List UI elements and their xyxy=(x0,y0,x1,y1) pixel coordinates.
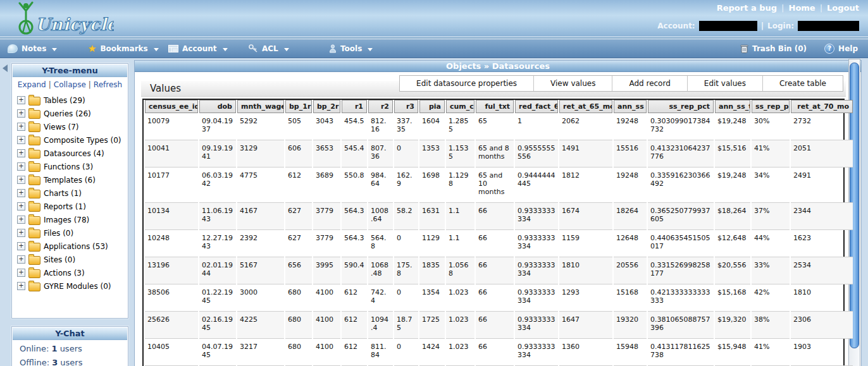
tree-item-label[interactable]: Composite Types (0) xyxy=(44,136,121,145)
tree-item-label[interactable]: Images (78) xyxy=(44,216,89,224)
tree-item[interactable]: +Datasources (4) xyxy=(17,147,128,160)
tree-item-label[interactable]: Actions (3) xyxy=(44,269,85,278)
chat-panel: Y-Chat Online: 1 users Offline: 3 users xyxy=(11,326,128,366)
tree-item[interactable]: +Functions (3) xyxy=(17,160,128,173)
tree-item-label[interactable]: Datasources (4) xyxy=(44,149,104,158)
chat-offline-line[interactable]: Offline: 3 users xyxy=(12,355,128,366)
expand-plus-icon[interactable]: + xyxy=(17,255,25,264)
tree-item[interactable]: +Tables (29) xyxy=(17,94,128,107)
expand-plus-icon[interactable]: + xyxy=(17,269,25,277)
column-header-ful_txt[interactable]: ful_txt xyxy=(476,100,514,113)
nav-item-bookmarks[interactable]: ★ Bookmarks xyxy=(80,44,161,53)
tree-item[interactable]: +Actions (3) xyxy=(17,266,128,279)
column-header-ss_rep_pct[interactable]: ss_rep_pct xyxy=(648,100,714,113)
table-cell: 1491 xyxy=(559,140,612,168)
expand-plus-icon[interactable]: + xyxy=(17,242,25,250)
expand-plus-icon[interactable]: + xyxy=(17,162,25,171)
nav-item-acl[interactable]: ACL xyxy=(241,44,321,53)
column-header-mnth_wage[interactable]: mnth_wage xyxy=(237,100,284,113)
tree-item[interactable]: +Files (0) xyxy=(17,226,128,240)
expand-plus-icon[interactable]: + xyxy=(17,216,25,224)
table-cell: 3779 xyxy=(313,230,340,257)
tree-item[interactable]: +Charts (1) xyxy=(17,186,128,200)
tree-action-expand[interactable]: Expand xyxy=(18,80,46,89)
column-header-r2[interactable]: r2 xyxy=(368,100,393,113)
column-header-red_fact_65[interactable]: red_fact_65 xyxy=(515,100,558,113)
nav-item-trash-bin[interactable]: Trash Bin (0) xyxy=(740,44,807,53)
tree-item-label[interactable]: Reports (1) xyxy=(44,202,86,211)
table-cell: 02.01.1944 xyxy=(199,257,236,284)
header-link-home[interactable]: Home xyxy=(789,3,815,13)
expand-plus-icon[interactable]: + xyxy=(17,202,25,210)
chat-online-line[interactable]: Online: 1 users xyxy=(12,341,128,355)
nav-item-help[interactable]: ? Help xyxy=(824,44,858,54)
column-header-r3[interactable]: r3 xyxy=(394,100,418,113)
table-cell: 1094.4 xyxy=(368,312,393,339)
column-header-census_ee_id[interactable]: census_ee_id xyxy=(145,100,198,113)
column-header-dob[interactable]: dob xyxy=(199,100,236,113)
table-row: 1007909.04.193752925053043454.5812.16337… xyxy=(145,113,853,140)
tree-action-refresh[interactable]: Refresh xyxy=(94,80,122,89)
expand-plus-icon[interactable]: + xyxy=(17,189,25,197)
chevron-down-icon xyxy=(154,48,159,51)
navbar: Notes ★ Bookmarks Account ACL Tools xyxy=(0,39,868,58)
column-header-ss_rep_pct_t[interactable]: ss_rep_pct_t xyxy=(752,100,790,113)
sidebar-collapse-arrow-icon[interactable] xyxy=(3,64,8,72)
tree-item[interactable]: +Templates (6) xyxy=(17,173,128,186)
column-header-cum_cpi[interactable]: cum_cpi xyxy=(446,100,474,113)
tree-item-label[interactable]: Applications (53) xyxy=(44,242,108,251)
expand-plus-icon[interactable]: + xyxy=(17,109,25,118)
expand-plus-icon[interactable]: + xyxy=(17,96,25,104)
expand-plus-icon[interactable]: + xyxy=(17,282,25,290)
column-header-bp_2r[interactable]: bp_2r xyxy=(313,100,340,113)
column-header-r1[interactable]: r1 xyxy=(342,100,367,113)
column-header-ret_at_70_mo[interactable]: ret_at_70_mo xyxy=(791,100,853,113)
column-header-bp_1r[interactable]: bp_1r xyxy=(285,100,312,113)
table-cell: 19320 xyxy=(614,312,647,339)
header-link-logout[interactable]: Logout xyxy=(827,3,859,13)
expand-plus-icon[interactable]: + xyxy=(17,229,25,237)
folder-icon xyxy=(28,163,40,172)
tree-item-label[interactable]: Charts (1) xyxy=(44,189,82,198)
action-button-view-values[interactable]: View values xyxy=(534,76,612,91)
tree-action-collapse[interactable]: Collapse xyxy=(54,80,86,89)
tree-item-label[interactable]: Tables (29) xyxy=(44,96,85,105)
action-button-create-table[interactable]: Create table xyxy=(763,76,843,91)
column-header-pia[interactable]: pia xyxy=(419,100,445,113)
top-banner: Unicycle Report a bug|Home|Logout Accoun… xyxy=(0,0,868,37)
tree-item[interactable]: +Reports (1) xyxy=(17,200,128,213)
table-row: 3850601.22.194530006804100612742.4013541… xyxy=(145,284,853,312)
tree-item[interactable]: +Applications (53) xyxy=(17,240,128,253)
action-button-edit-datasource-properties[interactable]: Edit datasource properties xyxy=(400,76,534,91)
tree-item[interactable]: +Composite Types (0) xyxy=(17,133,128,147)
tree-item[interactable]: +Images (78) xyxy=(17,213,128,226)
action-button-add-record[interactable]: Add record xyxy=(612,76,687,91)
table-cell: 65 and 8 months xyxy=(476,140,514,168)
expand-plus-icon[interactable]: + xyxy=(17,123,25,131)
nav-item-notes[interactable]: Notes xyxy=(0,44,80,53)
tree-item-label[interactable]: Sites (0) xyxy=(44,255,75,264)
tree-item-label[interactable]: GYRE Modules (0) xyxy=(44,282,111,291)
table-cell: 0.335916230366492 xyxy=(648,168,714,203)
column-header-ann_ss_t[interactable]: ann_ss_t xyxy=(715,100,750,113)
column-header-ann_ss[interactable]: ann_ss xyxy=(614,100,647,113)
tree-item-label[interactable]: Queries (26) xyxy=(44,109,91,118)
tree-item-label[interactable]: Templates (6) xyxy=(44,176,96,185)
tree-item-label[interactable]: Functions (3) xyxy=(44,162,93,171)
tree-item[interactable]: +Queries (26) xyxy=(17,107,128,120)
tree-item[interactable]: +Sites (0) xyxy=(17,253,128,266)
expand-plus-icon[interactable]: + xyxy=(17,149,25,157)
action-button-edit-values[interactable]: Edit values xyxy=(688,76,763,91)
header-link-report-a-bug[interactable]: Report a bug xyxy=(717,3,777,13)
nav-item-account[interactable]: Account xyxy=(161,44,241,53)
table-cell: 34% xyxy=(752,168,790,203)
tree-item-label[interactable]: Views (7) xyxy=(44,123,79,131)
column-header-ret_at_65_mo[interactable]: ret_at_65_mo xyxy=(559,100,612,113)
expand-plus-icon[interactable]: + xyxy=(17,136,25,144)
table-cell: 0.413117811625738 xyxy=(648,339,714,366)
tree-item-label[interactable]: Files (0) xyxy=(44,229,73,238)
tree-item[interactable]: +GYRE Modules (0) xyxy=(17,279,128,293)
nav-item-tools[interactable]: Tools xyxy=(321,44,402,53)
expand-plus-icon[interactable]: + xyxy=(17,176,25,184)
tree-item[interactable]: +Views (7) xyxy=(17,120,128,133)
